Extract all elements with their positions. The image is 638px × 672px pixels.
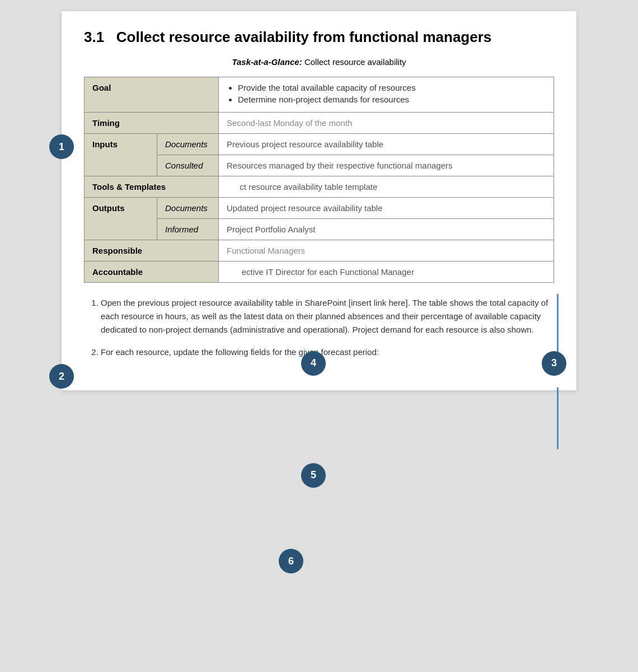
timing-value: Second-last Monday of the month [219,112,554,133]
outputs-bracket [557,388,559,449]
inputs-consulted-value: Resources managed by their respective fu… [219,155,554,176]
nav-circle-1[interactable]: 1 [49,134,74,159]
table-row-goal: Goal Provide the total available capacit… [85,77,554,112]
inputs-documents-sublabel: Documents [157,133,219,155]
title-text: Collect resource availability from funct… [116,29,491,45]
goal-item-1: Provide the total available capacity of … [238,83,546,92]
nav-circle-2[interactable]: 2 [49,364,74,389]
task-glance-text: Collect resource availability [304,57,406,67]
inputs-consulted-sublabel: Consulted [157,155,219,176]
table-row-outputs-documents: Outputs Documents Updated project resour… [85,197,554,218]
page-wrapper: 1 2 3.1 Collect resource availability fr… [62,11,576,390]
steps-list: Open the previous project resource avail… [84,296,554,359]
goal-label: Goal [85,77,219,112]
step-2: For each resource, update the following … [101,346,554,359]
outputs-informed-sublabel: Informed [157,218,219,240]
tools-value-text: ct resource availability table template [240,182,377,192]
task-glance-label: Task-at-a-Glance: [232,57,302,67]
task-glance: Task-at-a-Glance: Collect resource avail… [84,57,554,67]
table-row-tools: Tools & Templates Proct resource availab… [85,176,554,197]
inputs-documents-value: Previous project resource availability t… [219,133,554,155]
outputs-documents-sublabel: Documents [157,197,219,218]
main-table: Goal Provide the total available capacit… [84,77,554,283]
nav-label-5: 5 [311,469,316,481]
outputs-label: Outputs [85,197,157,240]
responsible-value: Functional Managers [219,240,554,261]
outputs-informed-value: Project Portfolio Analyst [219,218,554,240]
accountable-value: Resective IT Director for each Functiona… [219,261,554,282]
inputs-label: Inputs [85,133,157,176]
nav-label-2: 2 [59,371,64,382]
section-number: 3.1 [84,29,104,45]
accountable-label: Accountable [85,261,219,282]
nav-label-4: 4 [311,357,316,369]
goal-value: Provide the total available capacity of … [219,77,554,112]
nav-circle-5[interactable]: 5 [301,463,326,488]
nav-label-6: 6 [288,556,294,567]
nav-circle-6[interactable]: 6 [279,549,303,573]
tools-label: Tools & Templates [85,176,219,197]
table-row-inputs-documents: Inputs Documents Previous project resour… [85,133,554,155]
accountable-value-text: ective IT Director for each Functional M… [242,267,414,277]
step-1: Open the previous project resource avail… [101,296,554,337]
page-title: 3.1 Collect resource availability from f… [84,28,554,47]
nav-circle-4[interactable]: 4 [301,351,326,376]
nav-label-1: 1 [59,141,64,153]
goal-item-2: Determine non-project demands for resour… [238,95,546,104]
nav-circle-3[interactable]: 3 [542,351,566,376]
table-row-responsible: Responsible Functional Managers [85,240,554,261]
table-row-timing: Timing Second-last Monday of the month [85,112,554,133]
table-row-accountable: Accountable Resective IT Director for ea… [85,261,554,282]
nav-label-3: 3 [551,357,557,369]
tools-value: Proct resource availability table templa… [219,176,554,197]
timing-label: Timing [85,112,219,133]
outputs-documents-value: Updated project resource availability ta… [219,197,554,218]
responsible-label: Responsible [85,240,219,261]
table-container: 3 4 5 Goal Provide the total available c… [84,77,554,283]
